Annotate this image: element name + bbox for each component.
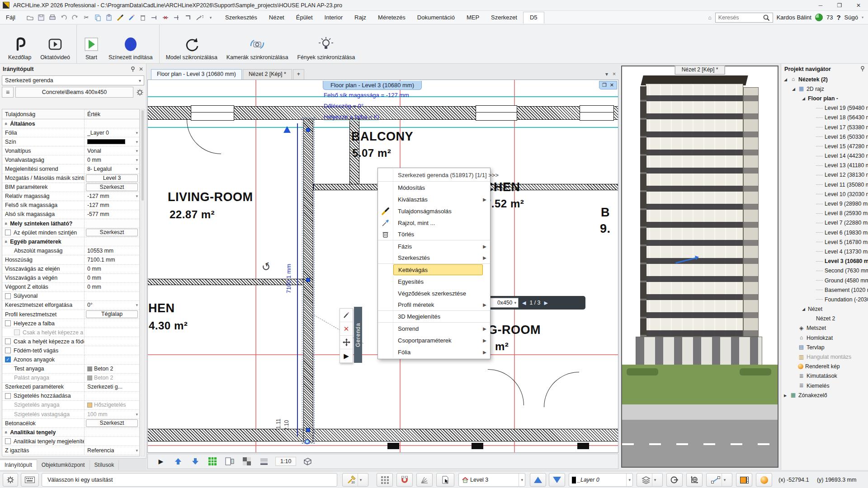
world-coordinates-button[interactable] xyxy=(686,473,703,487)
ribbon-button[interactable]: Kezdőlap xyxy=(4,25,36,63)
level-down-button[interactable] xyxy=(549,473,565,487)
keyboard-button[interactable] xyxy=(21,473,39,487)
tab-list-dropdown-icon[interactable]: ▾ xyxy=(605,71,608,77)
property-checkbox[interactable] xyxy=(5,347,11,353)
tree-item[interactable]: Level 9 (28980 mm) xyxy=(781,199,868,208)
context-menu-item[interactable]: Kettévágás ▶ xyxy=(378,264,490,276)
tree-item[interactable]: Nézet 2 xyxy=(781,314,868,324)
magnet-snap-button[interactable] xyxy=(396,473,413,487)
profile-dropdown-icon[interactable]: ▾ xyxy=(514,300,516,305)
property-row[interactable]: « Azonos anyagok ▾ xyxy=(2,355,139,364)
value-dropdown-icon[interactable]: ▾ xyxy=(136,131,138,135)
property-row[interactable]: « Mely szinteken látható? ▾ xyxy=(2,219,139,228)
property-row[interactable]: « Általános ▾ xyxy=(2,119,139,128)
search-icon[interactable] xyxy=(763,14,770,21)
move-icon[interactable] xyxy=(340,336,353,349)
cut-icon[interactable]: ✂ xyxy=(82,14,90,22)
property-row[interactable]: « Födém-tető vágás ▾ xyxy=(2,346,139,355)
tab-stilusok[interactable]: Stílusok xyxy=(90,460,119,470)
tree-item[interactable]: Kimutatások xyxy=(781,371,868,381)
tree-item[interactable]: Second (7630 mm) xyxy=(781,266,868,276)
tree-item[interactable]: Renderelt kép xyxy=(781,362,868,371)
combo-dropdown-icon[interactable]: ▾ xyxy=(139,78,141,83)
tab-floorplan[interactable]: Floor plan - Level 3 (10680 mm) xyxy=(151,69,242,80)
ribbon-button[interactable]: Fények szinkronizálása xyxy=(293,25,360,63)
tools-dropdown-icon[interactable]: ▾ xyxy=(358,474,364,486)
section-collapse-icon[interactable]: « xyxy=(4,222,9,225)
panel-close-icon[interactable]: ✕ xyxy=(139,66,143,72)
property-row[interactable]: « Megjelenítési sorrend 8- Legalul ▾ xyxy=(2,164,139,174)
context-menu-item[interactable]: Fólia ▶ xyxy=(378,346,490,358)
help-dropdown-icon[interactable]: ▾ xyxy=(862,15,863,19)
context-menu-item[interactable]: Egyesítés ▶ xyxy=(378,276,490,287)
print-icon[interactable] xyxy=(48,14,57,22)
property-scrollbar[interactable] xyxy=(141,109,145,456)
property-value[interactable]: ▾ xyxy=(84,346,139,355)
property-value[interactable]: ▾ xyxy=(84,292,139,300)
view-window-controls[interactable]: ❐✕ xyxy=(599,81,617,89)
property-value[interactable]: ▾ xyxy=(84,428,139,436)
beam-endpoint-handle[interactable] xyxy=(305,439,310,444)
property-row[interactable]: « Fólia _Layer 0 ▾ xyxy=(2,128,139,137)
expand-arrow-icon[interactable]: ▶ xyxy=(340,349,353,363)
section-collapse-icon[interactable]: « xyxy=(4,431,9,434)
layers-manager-button[interactable]: ▾ xyxy=(637,473,663,487)
context-menu-item[interactable]: Sorrend ▶ xyxy=(378,323,490,334)
pencil-icon[interactable] xyxy=(127,14,136,22)
context-menu-item[interactable]: Kiválasztás ▶ xyxy=(378,193,490,205)
gerenda-strip-label[interactable]: Gerenda xyxy=(354,307,362,363)
property-value[interactable]: -127 mm ▾ xyxy=(84,201,139,210)
help-question-icon[interactable]: ? xyxy=(836,14,840,21)
property-value[interactable]: 100 mm ▾ xyxy=(84,410,139,418)
tree-expander-icon[interactable] xyxy=(802,307,808,311)
tree-item[interactable]: Basement (1020 mm) xyxy=(781,285,868,295)
tree-item[interactable]: Level 19 (59480 mm) xyxy=(781,103,868,113)
tab-iranyitopult[interactable]: Irányítópult xyxy=(0,460,37,470)
property-value[interactable]: 0 mm ▾ xyxy=(84,265,139,273)
tree-item[interactable]: Level 6 (19830 mm) xyxy=(781,228,868,237)
hamburger-menu-icon[interactable]: ≡ xyxy=(2,87,14,98)
property-row[interactable]: « Vonalvastagság 0 mm ▾ xyxy=(2,155,139,164)
play-icon[interactable]: ▶ xyxy=(155,456,167,467)
property-value[interactable]: Vonal ▾ xyxy=(84,146,139,155)
property-value[interactable]: ▾ xyxy=(84,219,139,228)
tree-item[interactable]: Floor plan - xyxy=(781,94,868,103)
delete-icon[interactable] xyxy=(139,14,147,22)
property-value[interactable]: ▾ xyxy=(84,328,139,337)
property-row[interactable]: « Végpont Z eltolás 0 mm ▾ xyxy=(2,283,139,292)
tree-item[interactable]: Nézetek (2) xyxy=(781,75,868,84)
line-segment-button[interactable]: ▾ xyxy=(706,473,732,487)
tree-item[interactable]: Level 3 (10680 mm) xyxy=(781,257,868,266)
ribbon-button[interactable]: Oktatóvideó xyxy=(36,25,75,63)
profile-next-icon[interactable]: ▶ xyxy=(544,300,547,306)
property-row[interactable]: « Analitikai tengely megjelenítése 3D-be… xyxy=(2,437,139,446)
grid-snap-button[interactable] xyxy=(377,473,393,487)
beam-handle[interactable] xyxy=(306,128,310,132)
redo-icon[interactable] xyxy=(71,14,79,22)
propertybrush-icon[interactable] xyxy=(116,14,124,22)
angle-snap-button[interactable] xyxy=(416,473,433,487)
property-row[interactable]: « Szerkezeti paraméterek Szerkezeti g...… xyxy=(2,383,139,392)
property-row[interactable]: « Analitikai tengely ▾ xyxy=(2,428,139,437)
offset-tool-icon[interactable] xyxy=(173,14,181,22)
command-prompt[interactable]: Válasszon ki egy utasítást xyxy=(42,473,337,487)
tree-item[interactable]: Level 18 (56430 mm) xyxy=(781,113,868,122)
delete-x-icon[interactable]: ✕ xyxy=(340,322,353,336)
tree-item[interactable]: Level 17 (53380 mm) xyxy=(781,122,868,132)
property-value[interactable]: ▾ xyxy=(84,355,139,364)
minimize-button[interactable]: ─ xyxy=(811,0,830,11)
property-value[interactable]: ▾ xyxy=(84,237,139,246)
property-row[interactable]: « Csak a helyét képezze a födémben ▾ xyxy=(2,337,139,346)
property-value[interactable]: Téglalap ▾ xyxy=(84,310,139,319)
maximize-button[interactable]: ❐ xyxy=(830,0,849,11)
tree-item[interactable]: Ground (4580 mm) xyxy=(781,276,868,285)
value-dropdown-icon[interactable]: ▾ xyxy=(136,140,138,144)
user-name[interactable]: Kardos Bálint xyxy=(777,14,811,21)
context-menu-item[interactable]: Rajzol, mint ... ▶ xyxy=(378,217,490,229)
property-row[interactable]: « Palást anyaga Beton 2 ▾ xyxy=(2,374,139,383)
property-row[interactable]: « Súlyvonal ▾ xyxy=(2,292,139,301)
property-row[interactable]: « Profil keresztmetszet Téglalap ▾ xyxy=(2,310,139,319)
menu-szerkesztes[interactable]: Szerkesztés xyxy=(219,12,263,23)
profile-prev-icon[interactable]: ◀ xyxy=(522,300,526,306)
menu-rajz[interactable]: Rajz xyxy=(349,12,372,23)
